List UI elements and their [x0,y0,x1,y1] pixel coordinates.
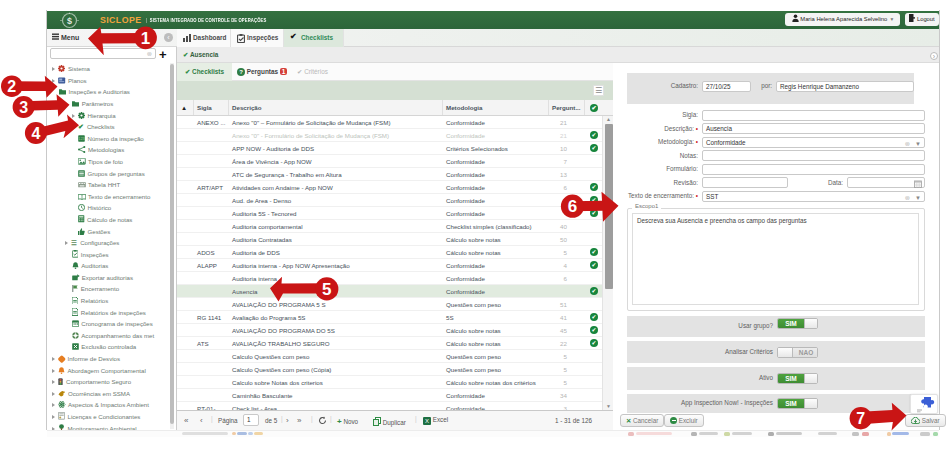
svg-text:5: 5 [322,280,331,299]
svg-text:6: 6 [568,197,577,216]
svg-text:3: 3 [19,99,28,116]
svg-text:7: 7 [856,410,865,427]
svg-text:1: 1 [141,29,150,48]
svg-text:2: 2 [7,78,16,95]
svg-text:4: 4 [31,125,40,142]
